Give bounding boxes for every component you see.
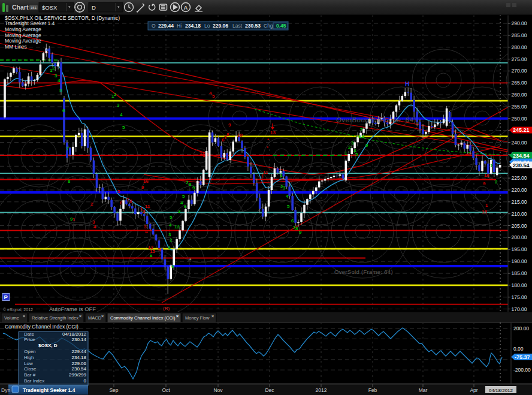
svg-text:3: 3 [283, 185, 286, 191]
svg-text:230.54: 230.54 [513, 162, 530, 168]
svg-text:Moving Average: Moving Average [5, 38, 41, 44]
svg-text:6: 6 [358, 134, 361, 139]
svg-text:04/18/2012: 04/18/2012 [62, 331, 87, 337]
svg-text:Moving Average: Moving Average [5, 26, 41, 32]
svg-text:AutoFrame is OFF: AutoFrame is OFF [49, 306, 96, 312]
svg-text:Lo: Lo [204, 23, 210, 29]
svg-text:2: 2 [114, 92, 117, 97]
svg-text:9: 9 [141, 185, 144, 190]
svg-text:2: 2 [495, 179, 498, 185]
svg-text:4: 4 [93, 224, 96, 230]
svg-text:×: × [101, 314, 104, 318]
svg-text:5: 5 [59, 88, 62, 94]
svg-text:9: 9 [483, 181, 486, 186]
svg-text:195.00: 195.00 [512, 246, 527, 252]
svg-text:OverSold (Frame: 64): OverSold (Frame: 64) [334, 269, 393, 275]
svg-text:×: × [23, 314, 25, 318]
svg-text:2012: 2012 [316, 387, 327, 393]
svg-text:$OSX, D: $OSX, D [38, 343, 58, 348]
svg-text:7: 7 [66, 146, 69, 152]
svg-text:OverBought (Frame: 64): OverBought (Frame: 64) [336, 116, 416, 123]
svg-text:P: P [4, 294, 8, 300]
svg-text:Sep: Sep [109, 387, 118, 393]
svg-text:9: 9 [192, 185, 195, 191]
svg-text:3: 3 [178, 209, 181, 214]
svg-text:2: 2 [143, 209, 146, 214]
svg-text:2: 2 [170, 237, 173, 243]
svg-text:8: 8 [226, 132, 229, 137]
svg-text:Tradesight Seeker 1.4: Tradesight Seeker 1.4 [23, 387, 75, 393]
svg-text:151: 151 [31, 6, 37, 10]
svg-text:© eSignal, 2012: © eSignal, 2012 [3, 307, 33, 312]
svg-text:Apr: Apr [470, 387, 477, 393]
svg-text:10: 10 [237, 132, 243, 138]
svg-text:MACD: MACD [88, 315, 102, 321]
svg-text:6: 6 [120, 200, 123, 206]
svg-text:04/18/2012: 04/18/2012 [489, 388, 513, 393]
svg-text:285.00: 285.00 [512, 32, 527, 38]
svg-text:H: H [405, 81, 409, 88]
svg-text:8: 8 [189, 182, 192, 187]
svg-text:205.00: 205.00 [512, 223, 527, 229]
svg-text:3: 3 [351, 140, 354, 146]
svg-text:8: 8 [129, 198, 132, 204]
svg-text:4: 4 [180, 200, 183, 206]
svg-text:A: A [184, 4, 188, 11]
svg-text:234.54: 234.54 [513, 153, 530, 159]
svg-text:5: 5 [182, 194, 185, 199]
svg-text:229.06: 229.06 [213, 23, 228, 29]
svg-text:Bar #: Bar # [24, 372, 36, 378]
svg-text:299/299: 299/299 [69, 372, 86, 378]
svg-text:16: 16 [484, 173, 489, 178]
svg-text:5: 5 [158, 247, 161, 252]
svg-text:O: O [152, 23, 156, 29]
svg-text:(R): (R) [163, 306, 170, 311]
svg-text:180.00: 180.00 [512, 282, 527, 288]
svg-text:4: 4 [169, 222, 172, 228]
svg-text:185.00: 185.00 [512, 270, 527, 276]
svg-text:Last: Last [232, 23, 243, 29]
svg-text:11: 11 [145, 204, 150, 209]
svg-text:16: 16 [143, 179, 149, 184]
svg-text:7: 7 [360, 127, 363, 132]
svg-text:170.00: 170.00 [512, 306, 527, 312]
svg-text:3: 3 [117, 102, 120, 108]
svg-text:×: × [79, 314, 81, 318]
svg-text:265.00: 265.00 [512, 80, 527, 86]
svg-text:230.53: 230.53 [245, 23, 261, 29]
svg-text:15: 15 [150, 249, 155, 254]
svg-text:4: 4 [145, 229, 148, 234]
svg-text:8: 8 [295, 226, 298, 231]
svg-text:Tradesight Seeker 1.4: Tradesight Seeker 1.4 [5, 20, 55, 26]
svg-text:240.00: 240.00 [512, 140, 527, 146]
svg-text:9: 9 [228, 122, 231, 128]
svg-text:1: 1 [490, 163, 493, 168]
svg-text:234.18: 234.18 [185, 23, 201, 29]
svg-text:4: 4 [120, 112, 123, 117]
svg-text:Low: Low [24, 361, 33, 366]
svg-text:-200.00: -200.00 [513, 367, 531, 373]
svg-text:215.00: 215.00 [512, 199, 527, 205]
svg-text:290.00: 290.00 [512, 20, 527, 26]
svg-text:4: 4 [286, 194, 289, 199]
svg-text:190.00: 190.00 [512, 258, 527, 264]
svg-text:Commodity Channel Index (CCI): Commodity Channel Index (CCI) [110, 315, 176, 321]
svg-text:200.00: 200.00 [513, 325, 529, 331]
svg-text:×: × [176, 314, 179, 318]
svg-text:6: 6 [62, 108, 65, 113]
svg-text:+: + [189, 257, 192, 262]
svg-text:Mar: Mar [419, 387, 428, 393]
svg-text:2: 2 [90, 201, 93, 207]
svg-text:MM Lines: MM Lines [5, 44, 27, 50]
svg-text:270.00: 270.00 [512, 68, 527, 74]
svg-text:1: 1 [72, 217, 75, 222]
svg-text:200.00: 200.00 [512, 234, 527, 240]
svg-text:210.00: 210.00 [512, 211, 527, 217]
svg-text:5: 5 [355, 152, 358, 157]
svg-text:234.18: 234.18 [72, 355, 87, 360]
svg-text:Commodity Channel Index (CCI): Commodity Channel Index (CCI) [5, 324, 78, 330]
svg-text:Volume: Volume [4, 315, 19, 321]
svg-text:229.44: 229.44 [158, 23, 174, 29]
svg-text:13: 13 [270, 130, 276, 135]
svg-text:Bar Index: Bar Index [24, 378, 44, 384]
